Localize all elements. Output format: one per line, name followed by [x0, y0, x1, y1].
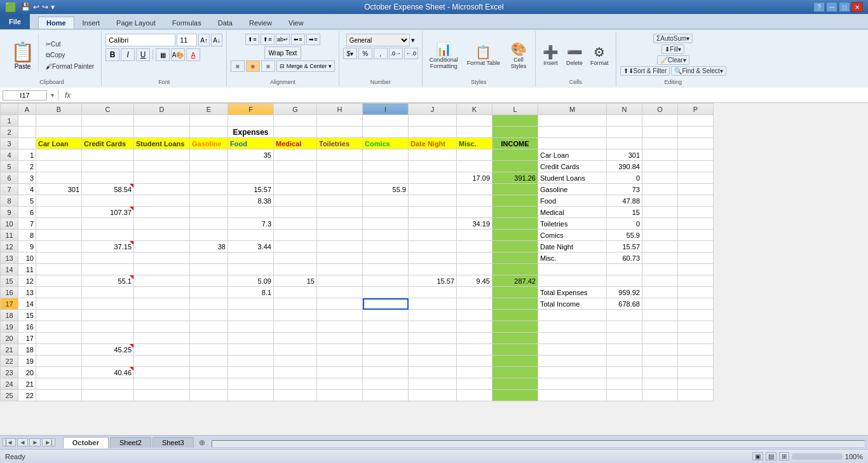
cell-l11[interactable] [492, 230, 538, 241]
cell-e1[interactable] [190, 115, 228, 127]
cell-j11[interactable] [409, 230, 457, 241]
cell-p12[interactable] [678, 241, 714, 252]
font-size-input[interactable] [177, 34, 197, 46]
cell-p14[interactable] [678, 264, 714, 275]
cell-k3[interactable]: Misc. [457, 138, 492, 149]
cell-o20[interactable] [642, 333, 678, 344]
cell-e4[interactable] [190, 149, 228, 161]
cell-o24[interactable] [642, 378, 678, 390]
cell-m11[interactable]: Comics [538, 230, 607, 241]
cell-k20[interactable] [457, 333, 492, 344]
cell-o23[interactable] [642, 367, 678, 378]
cell-d9[interactable] [134, 207, 190, 218]
cell-k23[interactable] [457, 367, 492, 378]
cell-g6[interactable] [274, 172, 317, 184]
cell-j22[interactable] [409, 356, 457, 367]
formula-expand-icon[interactable]: ▾ [50, 92, 55, 99]
cell-p15[interactable] [678, 275, 714, 287]
cell-i12[interactable] [363, 241, 409, 252]
cell-l19[interactable] [492, 321, 538, 333]
cell-n24[interactable] [607, 378, 642, 390]
cell-o10[interactable] [642, 218, 678, 230]
col-header-h[interactable]: H [317, 104, 363, 115]
cell-d17[interactable] [134, 298, 190, 310]
cell-d6[interactable] [134, 172, 190, 184]
cell-d15[interactable] [134, 275, 190, 287]
cell-o18[interactable] [642, 310, 678, 321]
cell-j24[interactable] [409, 378, 457, 390]
cell-f22[interactable] [228, 356, 274, 367]
find-select-button[interactable]: 🔍 Find & Select ▾ [671, 66, 726, 76]
cell-h4[interactable] [317, 149, 363, 161]
cell-o1[interactable] [642, 115, 678, 127]
cell-m5[interactable]: Credit Cards [538, 161, 607, 172]
cell-n10[interactable]: 0 [607, 218, 642, 230]
cell-o21[interactable] [642, 344, 678, 356]
cell-j20[interactable] [409, 333, 457, 344]
cell-n18[interactable] [607, 310, 642, 321]
cell-l14[interactable] [492, 264, 538, 275]
cell-d25[interactable] [134, 390, 190, 401]
col-header-m[interactable]: M [538, 104, 607, 115]
tab-formulas[interactable]: Formulas [164, 17, 210, 29]
cell-c14[interactable] [82, 264, 134, 275]
cell-n15[interactable] [607, 275, 642, 287]
cell-g15[interactable]: 15 [274, 275, 317, 287]
cell-h12[interactable] [317, 241, 363, 252]
cell-k14[interactable] [457, 264, 492, 275]
cell-b15[interactable] [36, 275, 82, 287]
cell-p2[interactable] [678, 127, 714, 138]
cell-o19[interactable] [642, 321, 678, 333]
cell-e21[interactable] [190, 344, 228, 356]
wrap-text-button[interactable]: Wrap Text [264, 46, 302, 59]
cell-d18[interactable] [134, 310, 190, 321]
format-painter-button[interactable]: 🖌 Format Painter [43, 62, 97, 71]
cell-l9[interactable] [492, 207, 538, 218]
cell-e13[interactable] [190, 252, 228, 264]
cell-j12[interactable] [409, 241, 457, 252]
cell-b20[interactable] [36, 333, 82, 344]
cell-l23[interactable] [492, 367, 538, 378]
decrease-font-button[interactable]: A↓ [211, 34, 222, 46]
cell-a10[interactable]: 7 [18, 218, 36, 230]
cell-f13[interactable] [228, 252, 274, 264]
cell-i5[interactable] [363, 161, 409, 172]
cell-f1[interactable] [228, 115, 274, 127]
cell-d1[interactable] [134, 115, 190, 127]
cell-d3[interactable]: Student Loans [134, 138, 190, 149]
cell-n1[interactable] [607, 115, 642, 127]
cell-i6[interactable] [363, 172, 409, 184]
cell-l18[interactable] [492, 310, 538, 321]
align-top-center-button[interactable]: ⬆≡ [261, 34, 275, 45]
cell-o15[interactable] [642, 275, 678, 287]
col-header-o[interactable]: O [642, 104, 678, 115]
cell-l25[interactable] [492, 390, 538, 401]
cell-o11[interactable] [642, 230, 678, 241]
cell-i10[interactable] [363, 218, 409, 230]
cell-k8[interactable] [457, 195, 492, 207]
increase-font-button[interactable]: A↑ [198, 34, 210, 46]
cell-i17[interactable] [363, 298, 409, 310]
cell-c12[interactable]: 37.15 [82, 241, 134, 252]
cell-a18[interactable]: 15 [18, 310, 36, 321]
cell-a25[interactable]: 22 [18, 390, 36, 401]
cell-a19[interactable]: 16 [18, 321, 36, 333]
cell-e6[interactable] [190, 172, 228, 184]
cell-c17[interactable] [82, 298, 134, 310]
formula-input[interactable] [77, 92, 865, 99]
cell-i19[interactable] [363, 321, 409, 333]
cell-p7[interactable] [678, 184, 714, 195]
cell-a15[interactable]: 12 [18, 275, 36, 287]
cell-g5[interactable] [274, 161, 317, 172]
cell-i3[interactable]: Comics [363, 138, 409, 149]
cell-p9[interactable] [678, 207, 714, 218]
cell-c25[interactable] [82, 390, 134, 401]
col-header-j[interactable]: J [409, 104, 457, 115]
cell-g2[interactable] [274, 127, 317, 138]
cell-g8[interactable] [274, 195, 317, 207]
cell-i2[interactable] [363, 127, 409, 138]
cell-j4[interactable] [409, 149, 457, 161]
cell-m1[interactable] [538, 115, 607, 127]
cell-e20[interactable] [190, 333, 228, 344]
col-header-a[interactable]: A [18, 104, 36, 115]
